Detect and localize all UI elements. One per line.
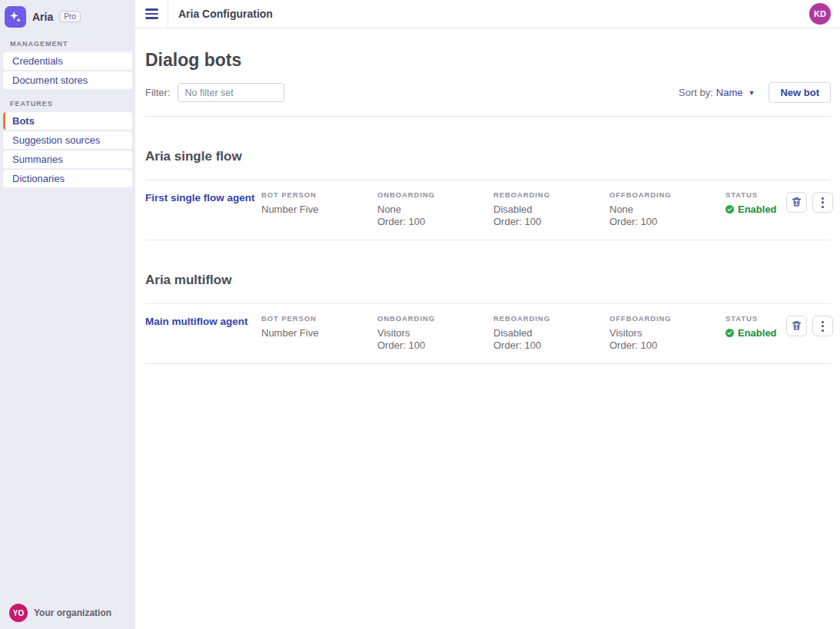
onboarding-value: None — [377, 204, 493, 216]
bot-row-main-multiflow-agent: Main multiflow agent Bot person Number F… — [145, 304, 831, 364]
bot-person-value: Number Five — [261, 327, 377, 339]
status-badge: Enabled — [725, 204, 786, 215]
filter-toolbar: Filter: Sort by: Name ▼ New bot — [145, 82, 831, 117]
sidebar-section-management: Management — [10, 40, 135, 48]
status-badge: Enabled — [725, 327, 786, 339]
new-bot-button[interactable]: New bot — [769, 82, 831, 103]
chevron-down-icon: ▼ — [749, 89, 755, 97]
status-text: Enabled — [738, 327, 777, 339]
column-header-offboarding: Offboarding — [609, 190, 725, 199]
reboarding-value: Disabled — [493, 204, 609, 216]
bot-name-link[interactable]: Main multiflow agent — [145, 316, 248, 327]
check-circle-icon — [725, 329, 734, 337]
onboarding-order: Order: 100 — [377, 216, 493, 228]
topbar: Aria Configuration KD — [135, 0, 840, 28]
column-header-bot-person: Bot person — [261, 190, 377, 199]
row-actions — [786, 316, 833, 351]
kebab-icon — [822, 197, 824, 208]
sort-label: Sort by: — [679, 87, 713, 98]
brand-logo[interactable]: Aria Pro — [0, 0, 135, 29]
column-header-offboarding: Offboarding — [609, 314, 725, 323]
main-area: Aria Configuration KD Dialog bots Filter… — [135, 0, 840, 629]
user-avatar[interactable]: KD — [809, 3, 831, 25]
sidebar-item-dictionaries[interactable]: Dictionaries — [3, 170, 132, 187]
trash-icon — [791, 319, 802, 333]
column-header-status: Status — [725, 314, 786, 323]
org-avatar: YO — [9, 604, 28, 622]
page-title: Dialog bots — [145, 50, 831, 71]
column-header-bot-person: Bot person — [261, 314, 377, 323]
bot-name-link[interactable]: First single flow agent — [145, 192, 255, 204]
row-actions — [786, 192, 833, 227]
sidebar-item-suggestion-sources[interactable]: Suggestion sources — [3, 131, 132, 149]
menu-toggle-button[interactable] — [135, 0, 168, 28]
filter-label: Filter: — [145, 87, 171, 98]
reboarding-order: Order: 100 — [493, 216, 609, 228]
sparkle-logo-icon — [5, 6, 26, 28]
offboarding-order: Order: 100 — [609, 216, 725, 228]
sort-dropdown[interactable]: Sort by: Name ▼ — [679, 87, 755, 98]
kebab-icon — [822, 321, 824, 332]
reboarding-value: Disabled — [493, 327, 609, 339]
section-title-single-flow: Aria single flow — [145, 149, 831, 180]
sidebar: Aria Pro Management Credentials Document… — [0, 0, 135, 629]
row-menu-button[interactable] — [812, 316, 833, 336]
pro-badge: Pro — [59, 11, 81, 22]
onboarding-order: Order: 100 — [377, 339, 493, 352]
status-text: Enabled — [738, 204, 777, 215]
row-menu-button[interactable] — [812, 192, 833, 213]
bot-person-value: Number Five — [261, 204, 377, 216]
sidebar-item-bots[interactable]: Bots — [3, 112, 132, 130]
column-header-status: Status — [725, 190, 786, 199]
sidebar-item-credentials[interactable]: Credentials — [3, 52, 132, 70]
sidebar-section-features: Features — [10, 100, 135, 108]
org-name: Your organization — [34, 607, 111, 618]
sort-value: Name — [716, 87, 743, 98]
offboarding-value: Visitors — [609, 327, 725, 339]
trash-icon — [791, 196, 802, 210]
section-title-multiflow: Aria multiflow — [145, 273, 831, 304]
delete-bot-button[interactable] — [786, 192, 807, 213]
hamburger-icon — [145, 8, 158, 19]
check-circle-icon — [725, 205, 734, 214]
filter-input[interactable] — [178, 83, 284, 102]
delete-bot-button[interactable] — [786, 316, 807, 336]
reboarding-order: Order: 100 — [493, 339, 609, 352]
sidebar-item-document-stores[interactable]: Document stores — [3, 71, 132, 89]
offboarding-value: None — [609, 204, 725, 216]
sidebar-item-summaries[interactable]: Summaries — [3, 151, 132, 168]
bot-row-first-single-flow-agent: First single flow agent Bot person Numbe… — [145, 180, 831, 240]
column-header-reboarding: Reboarding — [493, 190, 609, 199]
column-header-onboarding: Onboarding — [377, 314, 493, 323]
brand-name: Aria — [32, 11, 53, 23]
organization-switcher[interactable]: YO Your organization — [9, 604, 111, 622]
offboarding-order: Order: 100 — [609, 339, 725, 352]
onboarding-value: Visitors — [377, 327, 493, 339]
column-header-reboarding: Reboarding — [493, 314, 609, 323]
app-title: Aria Configuration — [168, 8, 273, 20]
column-header-onboarding: Onboarding — [377, 190, 493, 199]
page-content: Dialog bots Filter: Sort by: Name ▼ New … — [135, 50, 840, 364]
